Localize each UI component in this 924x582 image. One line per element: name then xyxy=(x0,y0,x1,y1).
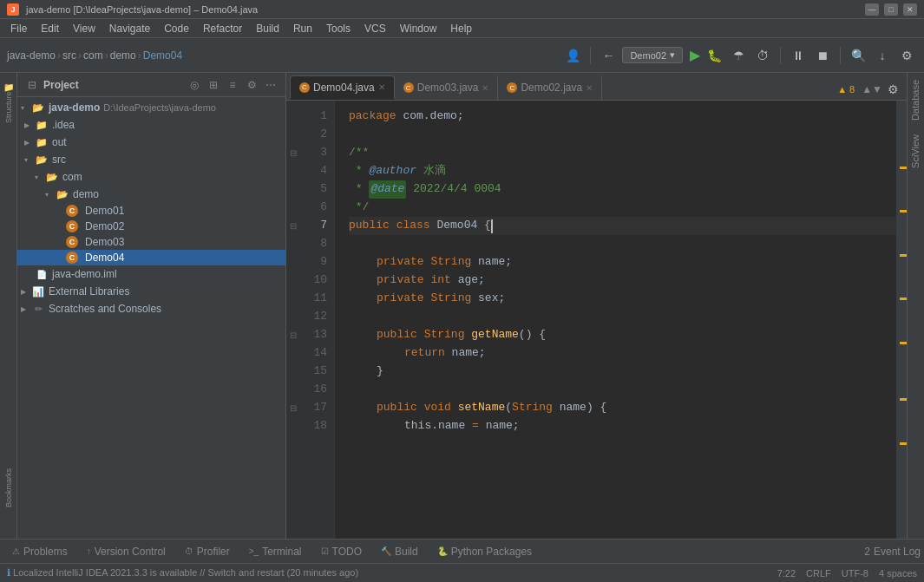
fold-line-7[interactable]: ⊟ xyxy=(286,217,300,235)
minimize-button[interactable]: — xyxy=(865,3,879,16)
breadcrumb-src[interactable]: src xyxy=(62,49,76,62)
debug-btn[interactable]: 🐛 xyxy=(704,45,724,66)
todo-icon: ☑ xyxy=(321,546,329,556)
menu-run[interactable]: Run xyxy=(286,21,319,36)
tree-item-ext-libs[interactable]: ▶ 📊 External Libraries xyxy=(17,283,285,300)
code-line-17: public void setName(String name) { xyxy=(349,399,896,417)
sidebar-tab-sciview[interactable]: SciView xyxy=(908,128,924,175)
tree-demo-label: demo xyxy=(73,188,99,200)
tab-settings-btn[interactable]: ⚙ xyxy=(882,79,903,100)
menu-file[interactable]: File xyxy=(3,21,34,36)
locate-file-btn[interactable]: ◎ xyxy=(187,77,202,93)
tab-terminal[interactable]: >_ Terminal xyxy=(240,543,311,560)
tab-build[interactable]: 🔨 Build xyxy=(372,543,427,560)
run-config-dropdown[interactable]: Demo02 ▾ xyxy=(622,47,683,63)
tab-todo[interactable]: ☑ TODO xyxy=(312,543,370,560)
tab-demo03[interactable]: C Demo03.java ✕ xyxy=(395,75,499,100)
tree-idea-label: .idea xyxy=(52,119,75,131)
menu-help[interactable]: Help xyxy=(443,21,479,36)
tab-demo03-close[interactable]: ✕ xyxy=(482,83,488,93)
tree-item-demo03[interactable]: C Demo03 xyxy=(17,234,285,250)
project-root-icon: 📂 xyxy=(31,101,45,114)
scroll-gutter[interactable] xyxy=(896,101,907,539)
tree-item-iml[interactable]: 📄 java-demo.iml xyxy=(17,265,285,283)
tabs-right: ▲ 8 ▲ ▼ ⚙ xyxy=(837,79,903,100)
menu-navigate[interactable]: Navigate xyxy=(102,21,157,36)
restore-button[interactable]: □ xyxy=(884,3,898,16)
code-line-9: private String name; xyxy=(349,253,896,271)
user-icon-btn[interactable]: 👤 xyxy=(562,45,583,66)
breadcrumb-demo[interactable]: demo xyxy=(110,49,136,62)
tab-arrow-up[interactable]: ▲ xyxy=(862,83,872,95)
breadcrumb-project[interactable]: java-demo xyxy=(7,49,56,62)
tree-item-demo01[interactable]: C Demo01 xyxy=(17,203,285,219)
cursor-position[interactable]: 7:22 xyxy=(777,568,796,579)
menu-vcs[interactable]: VCS xyxy=(357,21,393,36)
tab-python-packages[interactable]: 🐍 Python Packages xyxy=(429,543,541,560)
tab-demo02-close[interactable]: ✕ xyxy=(586,83,593,93)
encoding[interactable]: UTF-8 xyxy=(842,568,868,579)
pause-btn[interactable]: ⏸ xyxy=(788,45,809,66)
tree-item-out[interactable]: ▶ 📁 out xyxy=(17,134,285,151)
tree-item-com[interactable]: ▾ 📂 com xyxy=(17,168,285,186)
menu-tools[interactable]: Tools xyxy=(319,21,357,36)
breadcrumb-com[interactable]: com xyxy=(83,49,103,62)
code-line-14: return name; xyxy=(349,344,896,363)
update-btn[interactable]: ↓ xyxy=(872,45,893,66)
tab-demo04[interactable]: C Demo04.java ✕ xyxy=(290,75,395,100)
code-editor[interactable]: package com.demo; /** * @author 水滴 * @da… xyxy=(335,101,896,539)
menu-view[interactable]: View xyxy=(66,21,102,36)
editor-tabs: C Demo04.java ✕ C Demo03.java ✕ C Demo02… xyxy=(286,73,907,101)
tab-version-control[interactable]: ↑ Version Control xyxy=(78,543,174,560)
tree-item-demo[interactable]: ▾ 📂 demo xyxy=(17,186,285,203)
tree-item-demo02[interactable]: C Demo02 xyxy=(17,219,285,234)
indent[interactable]: 4 spaces xyxy=(879,568,917,579)
tree-item-src[interactable]: ▾ 📂 src xyxy=(17,151,285,168)
menu-window[interactable]: Window xyxy=(393,21,444,36)
back-btn[interactable]: ← xyxy=(598,45,619,66)
fold-line-3[interactable]: ⊟ xyxy=(286,144,300,162)
close-button[interactable]: ✕ xyxy=(903,3,917,16)
tab-arrow-down[interactable]: ▼ xyxy=(872,83,882,95)
panel-more-btn[interactable]: ⋯ xyxy=(263,77,279,93)
window-title: java-demo [D:\IdeaProjects\java-demo] – … xyxy=(26,4,258,15)
panel-settings-btn[interactable]: ⚙ xyxy=(244,77,259,93)
tab-demo04-close[interactable]: ✕ xyxy=(378,82,385,92)
run-coverage-btn[interactable]: ☂ xyxy=(728,45,749,66)
panel-title: Project xyxy=(43,79,183,91)
sidebar-tab-database[interactable]: Database xyxy=(908,73,924,128)
search-everywhere-btn[interactable]: 🔍 xyxy=(848,45,868,66)
run-button[interactable]: ▶ xyxy=(690,47,700,63)
expand-all-btn[interactable]: ⊞ xyxy=(206,77,221,93)
menu-refactor[interactable]: Refactor xyxy=(196,21,249,36)
fold-line-17[interactable]: ⊟ xyxy=(286,399,300,417)
tree-root[interactable]: ▾ 📂 java-demo D:\IdeaProjects\java-demo xyxy=(17,99,285,116)
stop-btn[interactable]: ⏹ xyxy=(812,45,833,66)
collapse-all-btn[interactable]: ≡ xyxy=(225,77,240,93)
tree-item-scratches[interactable]: ▶ ✏ Scratches and Consoles xyxy=(17,300,285,317)
line-ending[interactable]: CRLF xyxy=(806,568,831,579)
bookmarks-icon[interactable]: Bookmarks xyxy=(2,481,16,495)
menu-code[interactable]: Code xyxy=(157,21,196,36)
profile-btn[interactable]: ⏱ xyxy=(752,45,773,66)
fold-line-13[interactable]: ⊟ xyxy=(286,326,300,344)
tab-profiler[interactable]: ⏱ Profiler xyxy=(176,543,239,560)
project-tree: ▾ 📂 java-demo D:\IdeaProjects\java-demo … xyxy=(17,97,285,539)
tab-demo02[interactable]: C Demo02.java ✕ xyxy=(498,75,602,100)
scroll-mark-7 xyxy=(900,442,907,445)
tree-demo01-label: Demo01 xyxy=(85,205,124,217)
tree-item-demo04[interactable]: C Demo04 xyxy=(17,250,285,265)
breadcrumb-current[interactable]: Demo04 xyxy=(143,49,182,62)
tree-demo04-label: Demo04 xyxy=(85,252,124,264)
editor-code[interactable]: ⊟ ⊟ ⊟ ⊟ 1 2 3 xyxy=(286,101,907,539)
panel-collapse-btn[interactable]: ⊟ xyxy=(24,77,40,93)
menu-edit[interactable]: Edit xyxy=(34,21,66,36)
settings-btn[interactable]: ⚙ xyxy=(896,45,917,66)
tab-problems[interactable]: ⚠ Problems xyxy=(3,543,76,560)
event-log[interactable]: 2 Event Log xyxy=(864,546,921,558)
structure-icon[interactable]: Structure xyxy=(2,101,16,114)
code-line-4: * @author 水滴 xyxy=(349,162,896,180)
demo04-tab-icon: C xyxy=(299,82,310,93)
menu-build[interactable]: Build xyxy=(249,21,286,36)
tree-item-idea[interactable]: ▶ 📁 .idea xyxy=(17,116,285,134)
